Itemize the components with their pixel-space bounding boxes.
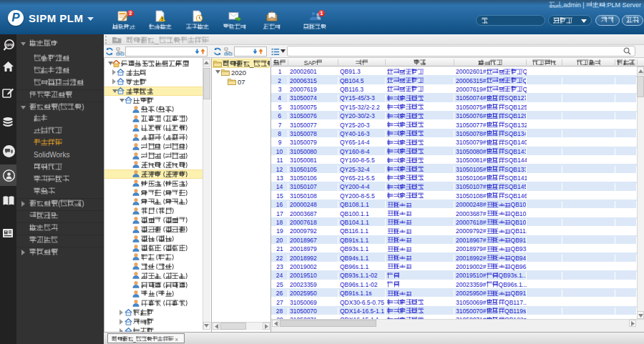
svg-text:SIPM: SIPM: [5, 44, 13, 47]
